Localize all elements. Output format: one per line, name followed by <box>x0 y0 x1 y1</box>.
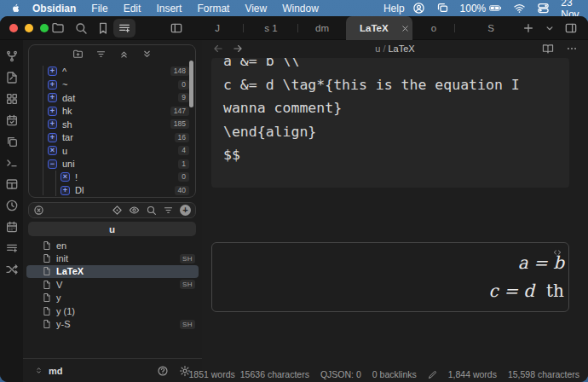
filter-icon[interactable] <box>95 49 107 60</box>
tree-rows: +^148 +~0 +dat9 +hk147 +sh185 +tar16 ×u4… <box>29 65 195 197</box>
active-filter-pill[interactable]: u <box>28 222 196 236</box>
obsidian-window: J s 1 dm LaTeX o S <box>0 16 588 382</box>
expand-box-icon[interactable]: × <box>61 172 70 182</box>
tab-j[interactable]: J <box>191 16 244 40</box>
battery-status[interactable]: 100% <box>460 2 503 14</box>
menu-edit[interactable]: Edit <box>116 3 149 14</box>
menu-file[interactable]: File <box>84 3 115 14</box>
menu-insert[interactable]: Insert <box>148 3 189 14</box>
new-card-ribbon-icon[interactable] <box>5 241 19 255</box>
locate-icon[interactable] <box>112 205 123 216</box>
terminal-icon[interactable] <box>5 156 19 170</box>
control-center-icon[interactable] <box>537 2 550 14</box>
file-item[interactable]: initSH <box>23 252 202 264</box>
tab-o[interactable]: o <box>412 16 455 40</box>
expand-all-icon[interactable] <box>141 49 153 60</box>
menu-help[interactable]: Help <box>376 3 412 14</box>
tree-item-count: 40 <box>175 186 189 195</box>
clear-search-icon[interactable] <box>33 205 44 216</box>
file-tree-panel: +^148 +~0 +dat9 +hk147 +sh185 +tar16 ×u4… <box>28 44 196 198</box>
tree-item[interactable]: −uni1 <box>29 158 195 171</box>
file-item[interactable]: y (1) <box>23 304 202 317</box>
tree-scrollbar[interactable] <box>189 61 193 107</box>
vault-switcher[interactable]: md <box>23 358 202 382</box>
wifi-icon[interactable] <box>513 2 526 14</box>
graph-icon[interactable] <box>5 49 19 63</box>
expand-box-icon[interactable]: + <box>48 80 57 90</box>
add-filter-icon[interactable]: + <box>180 205 191 216</box>
menu-view[interactable]: View <box>237 3 274 14</box>
copy-pages-icon[interactable] <box>5 135 19 148</box>
tab-s1[interactable]: s 1 <box>244 16 298 40</box>
menu-window[interactable]: Window <box>274 3 326 14</box>
expand-box-icon[interactable]: + <box>48 107 57 116</box>
tree-item[interactable]: +Dl40 <box>29 184 195 198</box>
expand-box-icon[interactable]: + <box>48 93 57 102</box>
new-folder-icon[interactable] <box>72 49 84 60</box>
new-card-button[interactable] <box>113 19 135 38</box>
calendar-check-icon[interactable] <box>5 113 19 127</box>
close-tab-icon[interactable] <box>401 24 410 33</box>
file-item[interactable]: y-SSH <box>23 317 202 330</box>
menu-app-name[interactable]: Obsidian <box>25 3 84 14</box>
expand-box-icon[interactable]: × <box>48 146 57 155</box>
code-line: a &= b \\ <box>223 58 557 73</box>
tab-dm[interactable]: dm <box>298 16 346 40</box>
new-tab-icon[interactable] <box>522 21 535 35</box>
apple-menu-icon[interactable] <box>10 2 21 14</box>
vault-chevron-icon <box>34 366 43 375</box>
file-badge: SH <box>180 280 195 289</box>
expand-box-icon[interactable]: + <box>48 67 57 76</box>
layout-table-icon[interactable] <box>5 177 19 191</box>
tab-list-chevron-icon[interactable] <box>544 22 556 34</box>
rendered-math-block[interactable]: a = b c = dth <box>211 242 569 312</box>
file-item-selected[interactable]: LaTeX <box>26 265 199 278</box>
status-backlinks[interactable]: 0 backlinks <box>372 369 417 379</box>
user-account-icon[interactable] <box>412 2 425 14</box>
tree-item[interactable]: +~0 <box>29 78 195 92</box>
expand-box-icon[interactable]: + <box>48 119 57 129</box>
blocks-grid-icon[interactable] <box>5 92 19 106</box>
tree-item[interactable]: +hk147 <box>29 105 195 119</box>
tree-item[interactable]: +sh185 <box>29 118 195 131</box>
minimize-window-button[interactable] <box>25 24 33 32</box>
zoom-window-button[interactable] <box>40 24 49 32</box>
file-item[interactable]: en <box>23 239 202 252</box>
search-icon[interactable] <box>74 21 88 35</box>
file-icon <box>42 292 52 303</box>
eye-icon[interactable] <box>129 205 140 216</box>
note-compose-icon[interactable] <box>5 71 19 84</box>
file-item[interactable]: VSH <box>23 278 202 291</box>
edit-mode-pencil-icon[interactable] <box>428 370 437 379</box>
expand-box-icon[interactable]: − <box>48 159 57 169</box>
tree-item[interactable]: ×u4 <box>29 144 195 158</box>
tab-latex-active[interactable]: LaTeX <box>346 16 412 40</box>
help-icon[interactable] <box>157 365 169 377</box>
bookmark-icon[interactable] <box>96 21 110 35</box>
open-folder-icon[interactable] <box>51 21 65 35</box>
status-bar: 1851 words 15636 characters QJSON: 0 0 b… <box>188 367 579 382</box>
search-small-icon[interactable] <box>146 205 157 216</box>
tree-item-label: hk <box>62 106 72 116</box>
expand-box-icon[interactable]: + <box>61 186 70 195</box>
toggle-right-sidebar-icon[interactable] <box>564 21 578 35</box>
tree-search-bar[interactable]: + <box>28 202 196 218</box>
math-line-2: c = dth <box>489 277 564 305</box>
tree-item[interactable]: +dat9 <box>29 91 195 105</box>
close-window-button[interactable] <box>9 24 18 32</box>
calendar-icon[interactable] <box>5 220 19 234</box>
filter-small-icon[interactable] <box>163 205 174 216</box>
toggle-left-sidebar-icon[interactable] <box>170 21 183 35</box>
clock-icon[interactable] <box>5 199 19 212</box>
tree-item[interactable]: +^148 <box>29 65 195 78</box>
shuffle-icon[interactable] <box>5 263 19 276</box>
latex-code-block[interactable]: a &= b \\ c &= d \tag*{this is the equat… <box>211 58 569 188</box>
stacked-windows-icon[interactable] <box>436 2 449 14</box>
file-item[interactable]: y <box>23 292 202 304</box>
tree-item[interactable]: ×!0 <box>29 171 195 184</box>
tab-s[interactable]: S <box>455 16 527 40</box>
tree-item[interactable]: +tar16 <box>29 131 195 145</box>
collapse-all-icon[interactable] <box>118 49 130 60</box>
menu-format[interactable]: Format <box>189 3 237 14</box>
expand-box-icon[interactable]: + <box>48 133 57 142</box>
